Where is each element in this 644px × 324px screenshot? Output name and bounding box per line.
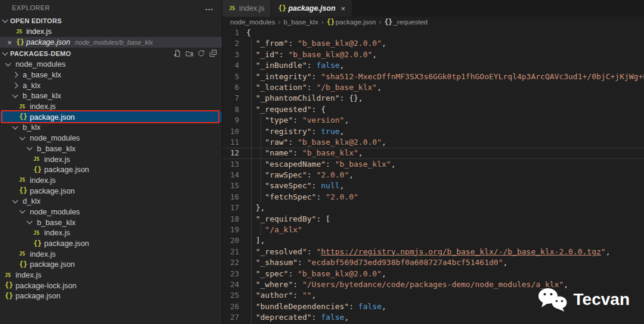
tree-item-package.json[interactable]: {}package.json [0,185,222,196]
tree-item-a_base_klx[interactable]: a_base_klx [0,70,222,80]
line-number[interactable]: 17 [222,202,239,213]
close-icon[interactable]: × [341,4,346,13]
code-line[interactable]: 14 "rawSpec": "2.0.0", [222,170,644,180]
line-number[interactable]: 18 [222,214,239,225]
line-number[interactable]: 27 [222,312,239,323]
breadcrumb-item-_requested[interactable]: {}_requested [384,18,428,26]
tree-item-package.json[interactable]: {}package.json [0,111,222,122]
line-number[interactable]: 8 [222,104,239,115]
line-number[interactable]: 16 [222,192,239,202]
line-number[interactable]: 7 [222,93,239,104]
code-line[interactable]: 20 ], [222,235,644,246]
indent-guide-line [251,247,252,257]
line-number[interactable]: 3 [222,49,239,60]
tree-item-b_base_klx[interactable]: b_base_klx [0,91,222,101]
tab-package.json[interactable]: {}package.json× [271,0,352,17]
breadcrumb-separator-icon: › [321,18,324,26]
code-line[interactable]: 23 "_spec": "b_base_klx@2.0.0", [222,269,644,279]
tree-item-index.js[interactable]: JSindex.js [0,101,222,112]
tree-item-b_base_klx[interactable]: b_base_klx [0,144,222,154]
line-number[interactable]: 15 [222,180,239,191]
line-number[interactable]: 12 [222,148,239,158]
tree-item-index.js[interactable]: JSindex.js [0,228,222,238]
tree-item-b_klx[interactable]: b_klx [0,122,222,133]
open-editor-item-index.js[interactable]: JSindex.js [0,26,222,37]
code-line[interactable]: 21 "_resolved": "https://registry.npmjs.… [222,247,644,257]
more-actions-icon[interactable]: ... [205,6,213,10]
line-number[interactable]: 6 [222,82,239,93]
tree-item-package-lock.json[interactable]: {}package-lock.json [0,280,222,291]
line-number[interactable]: 13 [222,159,239,170]
code-line[interactable]: 19 "/a_klx" [222,225,644,235]
code-line[interactable]: 8 "_requested": { [222,104,644,115]
tree-item-b_base_klx[interactable]: b_base_klx [0,217,222,228]
line-number[interactable]: 1 [222,27,239,38]
code-line[interactable]: 11 "raw": "b_base_klx@2.0.0", [222,137,644,148]
tree-item-index.js[interactable]: JSindex.js [0,270,222,281]
project-section-header[interactable]: PACKAGES-DEMO [0,48,222,59]
line-number[interactable]: 21 [222,247,239,257]
new-file-icon[interactable] [174,49,181,57]
code-line[interactable]: 2 "_from": "b_base_klx@2.0.0", [222,38,644,49]
collapse-all-icon[interactable] [209,49,217,57]
tree-item-a_klx[interactable]: a_klx [0,80,222,91]
code-line[interactable]: 7 "_phantomChildren": {}, [222,93,644,104]
line-number[interactable]: 4 [222,60,239,71]
breadcrumb-item-node_modules[interactable]: node_modules [230,18,275,26]
close-icon[interactable]: × [5,38,14,47]
tree-item-node_modules[interactable]: node_modules [0,133,222,144]
breadcrumb-item-b_base_klx[interactable]: b_base_klx [283,18,318,26]
line-number[interactable]: 22 [222,257,239,268]
tree-item-package.json[interactable]: {}package.json [0,259,222,270]
line-number[interactable]: 26 [222,301,239,312]
line-number[interactable]: 5 [222,71,239,82]
code-line[interactable]: 13 "escapedName": "b_base_klx", [222,159,644,170]
tree-item-index.js[interactable]: JSindex.js [0,248,222,259]
new-folder-icon[interactable] [185,49,193,57]
code-line[interactable]: 3 "_id": "b_base_klx@2.0.0", [222,49,644,60]
code-line[interactable]: 16 "fetchSpec": "2.0.0" [222,192,644,202]
indent-guide-line [251,192,252,202]
open-editors-section-header[interactable]: OPEN EDITORS [0,15,222,26]
code-line[interactable]: 12 "name": "b_base_klx", [222,148,644,158]
code-line[interactable]: 1{ [222,27,644,38]
line-number[interactable]: 10 [222,126,239,137]
line-number[interactable]: 24 [222,279,239,290]
code-line[interactable]: 27 "deprecated": false, [222,312,644,323]
code-line[interactable]: 15 "saveSpec": null, [222,180,644,191]
tree-item-node_modules[interactable]: node_modules [0,207,222,217]
line-number[interactable]: 19 [222,225,239,235]
code-line[interactable]: 9 "type": "version", [222,115,644,126]
code-line[interactable]: 18 "_requiredBy": [ [222,214,644,225]
line-number[interactable]: 14 [222,170,239,180]
code-editor[interactable]: 1{2 "_from": "b_base_klx@2.0.0",3 "_id":… [222,27,644,324]
open-editor-item-package.json[interactable]: ×{}package.jsonnode_modules/b_base_klx [0,37,222,48]
code-line[interactable]: 4 "_inBundle": false, [222,60,644,71]
tree-item-package.json[interactable]: {}package.json [0,291,222,301]
js-file-icon: JS [33,156,44,162]
code-line[interactable]: 6 "_location": "/b_base_klx", [222,82,644,93]
line-number[interactable]: 9 [222,115,239,126]
refresh-icon[interactable] [197,49,205,57]
tree-item-index.js[interactable]: JSindex.js [0,175,222,186]
code-line[interactable]: 22 "_shasum": "ecdabf569d73edd938bf0a608… [222,257,644,268]
code-line[interactable]: 10 "registry": true, [222,126,644,137]
indent-guide-line [261,192,261,202]
line-number[interactable]: 23 [222,269,239,279]
line-number[interactable]: 25 [222,290,239,301]
breadcrumb: node_modules›b_base_klx›{}package.json›{… [222,17,644,27]
tree-item-package.json[interactable]: {}package.json [0,164,222,175]
tree-item-d_klx[interactable]: d_klx [0,196,222,207]
tree-item-index.js[interactable]: JSindex.js [0,154,222,164]
chevron-right-icon [13,72,18,78]
tree-item-package.json[interactable]: {}package.json [0,238,222,249]
line-number[interactable]: 11 [222,137,239,148]
line-number[interactable]: 20 [222,235,239,246]
tab-index.js[interactable]: JSindex.js [222,0,271,17]
indent-guide-line [251,148,252,158]
code-line[interactable]: 17 }, [222,202,644,213]
tree-item-node_modules[interactable]: node_modules [0,59,222,70]
breadcrumb-item-package.json[interactable]: {}package.json [327,18,376,26]
code-line[interactable]: 5 "_integrity": "sha512-MxecDffnMF3SX3s6… [222,71,644,82]
line-number[interactable]: 2 [222,38,239,49]
